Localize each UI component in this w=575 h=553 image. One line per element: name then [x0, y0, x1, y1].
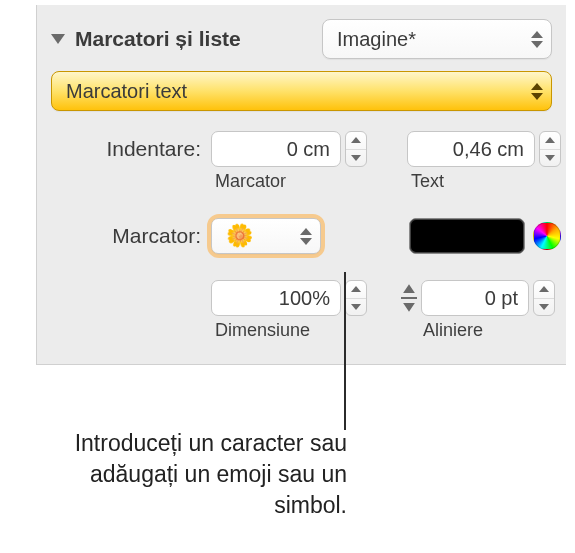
flower-icon: 🌼	[226, 225, 253, 247]
indent-bullet-field[interactable]: 0 cm	[211, 131, 341, 167]
callout-text: Introduceți un caracter sau adăugați un …	[65, 428, 347, 521]
color-wheel-icon[interactable]	[533, 222, 561, 250]
indent-label: Indentare:	[51, 137, 211, 161]
indent-text-stepper[interactable]	[539, 131, 561, 167]
indent-bullet-caption: Marcator	[211, 171, 391, 192]
size-stepper[interactable]	[345, 280, 367, 316]
bullet-label: Marcator:	[51, 224, 211, 248]
vertical-align-icon	[399, 284, 419, 312]
bullet-type-select[interactable]: Marcatori text	[51, 71, 552, 111]
size-field[interactable]: 100%	[211, 280, 341, 316]
updown-icon	[531, 83, 543, 100]
updown-icon	[300, 228, 312, 245]
align-stepper[interactable]	[533, 280, 555, 316]
bullet-type-value: Marcatori text	[66, 80, 187, 103]
size-caption: Dimensiune	[211, 320, 391, 341]
indent-text-field[interactable]: 0,46 cm	[407, 131, 535, 167]
align-caption: Aliniere	[419, 320, 561, 341]
disclosure-triangle-icon[interactable]	[51, 34, 65, 44]
indent-text-caption: Text	[407, 171, 561, 192]
updown-icon	[531, 31, 543, 48]
align-field[interactable]: 0 pt	[421, 280, 529, 316]
indent-bullet-stepper[interactable]	[345, 131, 367, 167]
callout-leader-line	[344, 272, 346, 430]
list-style-select[interactable]: Imagine*	[322, 19, 552, 59]
bullets-lists-panel: Marcatori și liste Imagine* Marcatori te…	[36, 5, 566, 365]
section-title: Marcatori și liste	[75, 27, 322, 51]
bullet-color-swatch[interactable]	[409, 218, 525, 254]
bullet-character-select[interactable]: 🌼	[211, 218, 321, 254]
list-style-value: Imagine*	[337, 28, 416, 51]
